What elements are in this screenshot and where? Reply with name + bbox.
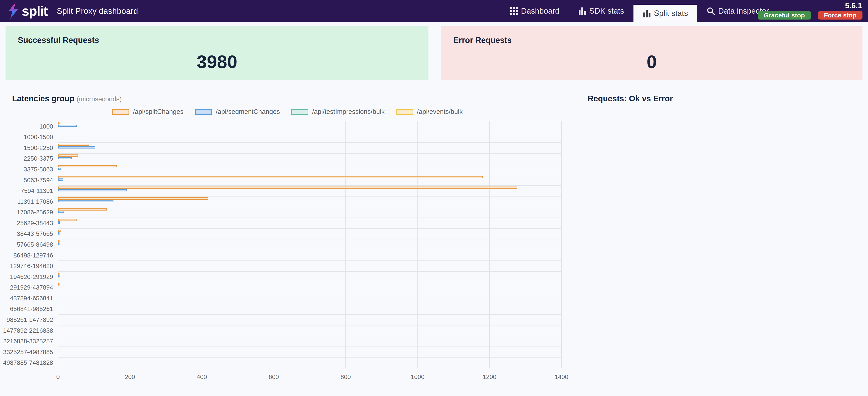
nav-item-dashboard[interactable]: Dashboard xyxy=(501,0,569,22)
force-stop-button[interactable]: Force stop xyxy=(818,11,863,20)
requests-ok-vs-error-title: Requests: Ok vs Error xyxy=(444,94,816,103)
bar-api-segmentChanges xyxy=(58,200,114,202)
bar-api-splitChanges xyxy=(58,144,89,146)
x-tick-label: 600 xyxy=(269,373,279,380)
y-tick-label: 2250-3375 xyxy=(0,153,53,164)
legend-swatch xyxy=(291,109,308,115)
brand-wordmark: split xyxy=(22,0,48,22)
successful-requests-card: Successful Requests 3980 xyxy=(5,26,429,80)
bar-api-splitChanges xyxy=(58,230,61,232)
gridline xyxy=(58,293,561,293)
legend-label: /api/events/bulk xyxy=(417,108,463,116)
bar-api-splitChanges xyxy=(58,219,77,221)
chart-legend: /api/splitChanges/api/segmentChanges/api… xyxy=(5,108,569,116)
y-tick-label: 129746-194620 xyxy=(0,261,53,272)
x-tick-label: 0 xyxy=(56,373,60,380)
y-axis-labels: 10001000-15001500-22502250-33753375-5063… xyxy=(0,121,53,368)
gridline xyxy=(58,239,561,239)
y-tick-label: 1000-1500 xyxy=(0,132,53,143)
legend-item[interactable]: /api/segmentChanges xyxy=(195,108,280,116)
legend-swatch xyxy=(195,109,212,115)
bar-api-segmentChanges xyxy=(58,221,60,224)
gridline xyxy=(58,121,561,121)
y-tick-label: 1000 xyxy=(0,121,53,132)
bar-api-segmentChanges xyxy=(58,157,72,159)
gridline xyxy=(58,196,561,196)
gridline xyxy=(417,121,418,368)
bar-api-segmentChanges xyxy=(58,189,127,191)
y-tick-label: 17086-25629 xyxy=(0,207,53,218)
gridline xyxy=(58,357,561,358)
gridline xyxy=(345,121,346,368)
gridline xyxy=(561,121,562,368)
y-tick-label: 25629-38443 xyxy=(0,218,53,229)
y-tick-label: 656841-985261 xyxy=(0,304,53,315)
bar-api-splitChanges xyxy=(58,273,60,275)
gridline xyxy=(58,282,561,282)
legend-item[interactable]: /api/testImpressions/bulk xyxy=(291,108,384,116)
bar-api-splitChanges xyxy=(58,154,78,157)
latencies-group-title: Latencies group (microseconds) xyxy=(12,94,122,103)
bar-api-segmentChanges xyxy=(58,179,63,181)
gridline xyxy=(58,271,561,272)
graceful-stop-button[interactable]: Graceful stop xyxy=(758,11,811,20)
y-tick-label: 3375-5063 xyxy=(0,164,53,175)
nav-item-sdk-stats[interactable]: SDK stats xyxy=(569,0,634,22)
gridline xyxy=(58,261,561,261)
header-buttons: Graceful stop Force stop xyxy=(758,11,863,20)
error-requests-card: Error Requests 0 xyxy=(441,26,863,80)
nav-item-label: Dashboard xyxy=(521,7,560,16)
page-title: Split Proxy dashboard xyxy=(57,7,138,16)
successful-requests-title: Successful Requests xyxy=(18,36,429,45)
y-tick-label: 194620-291929 xyxy=(0,272,53,282)
brand[interactable]: split xyxy=(7,0,48,22)
bar-api-segmentChanges xyxy=(58,167,61,170)
gridline xyxy=(58,346,561,347)
gridline xyxy=(202,121,202,368)
legend-label: /api/testImpressions/bulk xyxy=(312,108,384,116)
y-tick-label: 3325257-4987885 xyxy=(0,347,53,358)
x-tick-label: 1200 xyxy=(483,373,496,380)
gridline xyxy=(58,229,561,229)
y-tick-label: 1477892-2216838 xyxy=(0,325,53,336)
gridline xyxy=(58,217,561,218)
x-axis-labels: 0200400600800100012001400 xyxy=(0,373,868,382)
y-tick-label: 437894-656841 xyxy=(0,293,53,304)
gridline xyxy=(58,250,561,250)
y-tick-label: 985261-1477892 xyxy=(0,314,53,325)
latencies-group-subtitle: (microseconds) xyxy=(77,95,122,103)
gridline xyxy=(58,175,561,175)
gridline xyxy=(58,164,561,164)
bar-api-segmentChanges xyxy=(58,211,64,213)
legend-item[interactable]: /api/splitChanges xyxy=(112,108,184,116)
gridline xyxy=(58,325,561,326)
y-tick-label: 11391-17086 xyxy=(0,196,53,207)
y-tick-label: 7594-11391 xyxy=(0,185,53,196)
nav-item-label: Split stats xyxy=(654,9,688,18)
bar-chart-icon xyxy=(643,9,651,18)
gridline xyxy=(58,336,561,336)
latencies-bar-chart xyxy=(58,121,561,368)
gridline xyxy=(58,132,561,132)
nav-item-label: SDK stats xyxy=(589,7,624,16)
version-label: 5.6.1 xyxy=(845,1,862,10)
bar-api-splitChanges xyxy=(58,240,60,243)
gridline xyxy=(130,121,130,368)
bar-api-splitChanges xyxy=(58,283,60,285)
y-tick-label: 4987885-7481828 xyxy=(0,357,53,368)
gridline xyxy=(58,153,561,154)
gridline xyxy=(274,121,274,368)
y-tick-label: 1500-2250 xyxy=(0,143,53,153)
x-tick-label: 800 xyxy=(341,373,351,380)
y-tick-label: 291929-437894 xyxy=(0,282,53,293)
bar-api-segmentChanges xyxy=(58,125,77,127)
x-tick-label: 1400 xyxy=(555,373,568,380)
gridline xyxy=(58,142,561,143)
header: split Split Proxy dashboard DashboardSDK… xyxy=(0,0,868,22)
nav-item-split-stats[interactable]: Split stats xyxy=(633,5,697,22)
bar-api-segmentChanges xyxy=(58,146,95,149)
x-tick-label: 200 xyxy=(125,373,135,380)
successful-requests-value: 3980 xyxy=(5,51,429,72)
x-tick-label: 1000 xyxy=(411,373,425,380)
legend-item[interactable]: /api/events/bulk xyxy=(396,108,463,116)
